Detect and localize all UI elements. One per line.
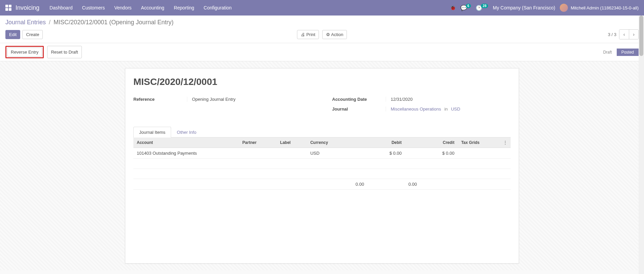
pager-text: 3 / 3	[608, 32, 616, 37]
reverse-entry-button[interactable]: Reverse Entry	[7, 48, 42, 57]
nav-reporting[interactable]: Reporting	[174, 5, 194, 10]
scrollbar[interactable]: ▴	[639, 16, 644, 270]
content-area: MISC/2020/12/0001 Reference Opening Jour…	[0, 61, 644, 270]
columns-menu-icon[interactable]: ⋮	[503, 140, 507, 145]
nav-menu: Dashboard Customers Vendors Accounting R…	[50, 5, 232, 10]
pager-prev[interactable]: ‹	[619, 30, 629, 39]
edit-button[interactable]: Edit	[5, 30, 20, 39]
journal-label: Journal	[332, 106, 386, 112]
reverse-entry-highlight: Reverse Entry	[5, 46, 44, 58]
th-label[interactable]: Label	[277, 138, 307, 148]
cell-account: 101403 Outstanding Payments	[133, 148, 239, 159]
nav-vendors[interactable]: Vendors	[114, 5, 131, 10]
cell-credit: $ 0.00	[405, 148, 458, 159]
status-bar: Reverse Entry Reset to Draft Draft Poste…	[0, 43, 644, 61]
nav-right: 🐞 💬 6 🕑 28 My Company (San Francisco) Mi…	[450, 4, 639, 12]
th-tax-grids-label: Tax Grids	[461, 140, 479, 145]
messages-count: 6	[466, 4, 471, 8]
accounting-date-label: Accounting Date	[332, 97, 386, 102]
form-sheet: MISC/2020/12/0001 Reference Opening Jour…	[125, 68, 519, 264]
company-switcher[interactable]: My Company (San Francisco)	[493, 5, 555, 10]
journal-items-table: Account Partner Label Currency Debit Cre…	[133, 138, 511, 190]
reference-label: Reference	[133, 97, 187, 102]
top-nav: Invoicing Dashboard Customers Vendors Ac…	[0, 0, 644, 16]
cell-partner	[239, 148, 277, 159]
activities-count: 28	[481, 4, 488, 8]
control-panel: Journal Entries / MISC/2020/12/0001 (Ope…	[0, 16, 644, 43]
scrollbar-thumb[interactable]	[639, 16, 643, 56]
th-tax-grids[interactable]: Tax Grids⋮	[458, 138, 511, 148]
breadcrumb: Journal Entries / MISC/2020/12/0001 (Ope…	[5, 19, 639, 26]
pager-next[interactable]: ›	[629, 30, 638, 39]
print-button[interactable]: 🖨 Print	[297, 30, 319, 39]
app-title[interactable]: Invoicing	[15, 4, 39, 11]
journal-link[interactable]: Miscellaneous Operations	[391, 106, 441, 112]
cell-currency: USD	[307, 148, 352, 159]
toolbar: Edit Create 🖨 Print ⚙ Action 3 / 3 ‹ ›	[5, 29, 639, 43]
nav-dashboard[interactable]: Dashboard	[50, 5, 73, 10]
accounting-date-value: 12/31/2020	[386, 97, 413, 102]
th-debit[interactable]: Debit	[352, 138, 405, 148]
th-account[interactable]: Account	[133, 138, 239, 148]
table-header-row: Account Partner Label Currency Debit Cre…	[133, 138, 511, 148]
totals-row: 0.00 0.00	[133, 179, 511, 190]
user-menu[interactable]: Mitchell Admin (11862340-15-0-all)	[560, 4, 639, 12]
currency-link[interactable]: USD	[451, 106, 460, 112]
debug-icon[interactable]: 🐞	[450, 5, 456, 10]
activities-button[interactable]: 🕑 28	[476, 5, 488, 11]
tabs: Journal Items Other Info	[133, 126, 511, 138]
create-button[interactable]: Create	[22, 30, 43, 39]
total-debit: 0.00	[352, 179, 405, 190]
action-button[interactable]: ⚙ Action	[322, 30, 347, 39]
action-label: Action	[331, 32, 343, 37]
spacer-row	[133, 169, 511, 179]
nav-accounting[interactable]: Accounting	[141, 5, 164, 10]
spacer-row	[133, 159, 511, 169]
gear-icon: ⚙	[326, 32, 330, 37]
tab-journal-items[interactable]: Journal Items	[133, 127, 171, 138]
journal-in: in	[444, 106, 448, 112]
th-currency[interactable]: Currency	[307, 138, 352, 148]
breadcrumb-root[interactable]: Journal Entries	[5, 19, 46, 26]
user-name: Mitchell Admin (11862340-15-0-all)	[571, 5, 639, 10]
table-row[interactable]: 101403 Outstanding Payments USD $ 0.00 $…	[133, 148, 511, 159]
th-partner[interactable]: Partner	[239, 138, 277, 148]
nav-configuration[interactable]: Configuration	[204, 5, 232, 10]
print-icon: 🖨	[301, 32, 305, 37]
print-label: Print	[306, 32, 315, 37]
status-posted[interactable]: Posted	[617, 49, 639, 56]
reset-to-draft-button[interactable]: Reset to Draft	[47, 46, 82, 58]
total-credit: 0.00	[405, 179, 458, 190]
avatar	[560, 4, 568, 12]
apps-icon[interactable]	[5, 5, 11, 11]
record-title: MISC/2020/12/0001	[133, 77, 511, 87]
cell-label	[277, 148, 307, 159]
messages-button[interactable]: 💬 6	[460, 5, 471, 11]
breadcrumb-current: MISC/2020/12/0001 (Opening Journal Entry…	[54, 19, 173, 26]
reference-value: Opening Journal Entry	[187, 97, 235, 102]
nav-customers[interactable]: Customers	[82, 5, 105, 10]
journal-value: Miscellaneous Operations in USD	[386, 106, 460, 112]
field-grid: Reference Opening Journal Entry Accounti…	[133, 97, 511, 116]
breadcrumb-sep: /	[49, 19, 51, 26]
cell-debit: $ 0.00	[352, 148, 405, 159]
th-credit[interactable]: Credit	[405, 138, 458, 148]
tab-other-info[interactable]: Other Info	[171, 127, 202, 138]
cell-tax-grids	[458, 148, 511, 159]
